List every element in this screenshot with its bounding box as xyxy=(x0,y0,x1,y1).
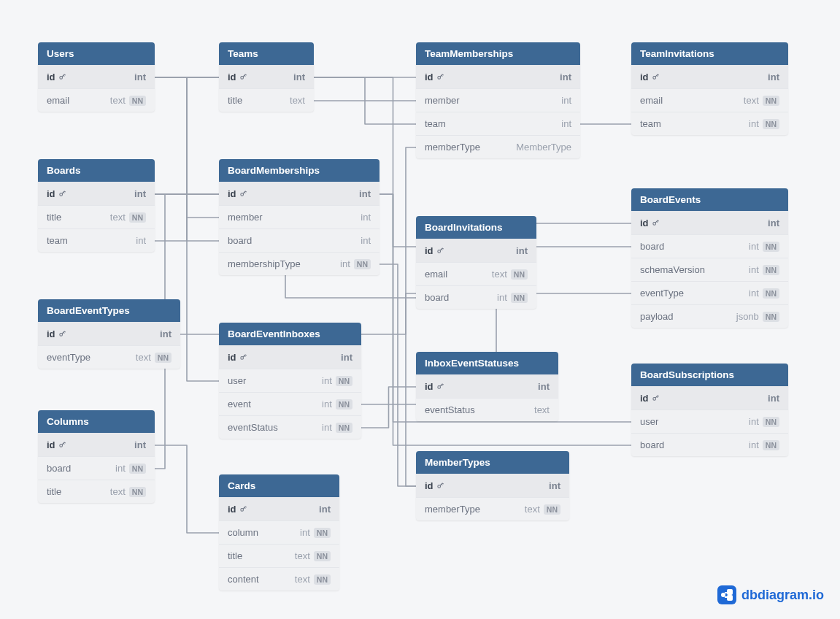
table-TeamMemberships[interactable]: TeamMembershipsid intmemberintteamintmem… xyxy=(416,42,580,158)
table-MemberTypes[interactable]: MemberTypesid intmemberTypetextNN xyxy=(416,451,569,520)
column-row[interactable]: id int xyxy=(219,497,339,520)
column-row[interactable]: userintNN xyxy=(219,369,361,392)
table-header[interactable]: TeamMemberships xyxy=(416,42,580,65)
column-type: intNN xyxy=(340,258,371,269)
table-header[interactable]: InboxEventStatuses xyxy=(416,352,558,374)
table-Columns[interactable]: Columnsid intboardintNNtitletextNN xyxy=(38,410,155,503)
column-row[interactable]: boardintNN xyxy=(631,433,788,456)
column-row[interactable]: payloadjsonbNN xyxy=(631,304,788,328)
column-row[interactable]: boardint xyxy=(219,228,379,252)
column-row[interactable]: id int xyxy=(416,65,580,88)
column-row[interactable]: eventTypetextNN xyxy=(38,345,180,369)
column-type: int xyxy=(561,118,571,129)
column-row[interactable]: id int xyxy=(416,239,536,262)
column-type: int xyxy=(361,235,371,246)
table-header[interactable]: Boards xyxy=(38,159,155,182)
column-row[interactable]: id int xyxy=(416,374,558,398)
table-header[interactable]: BoardMemberships xyxy=(219,159,379,182)
column-row[interactable]: id int xyxy=(219,345,361,369)
column-row[interactable]: teamintNN xyxy=(631,112,788,135)
column-row[interactable]: emailtextNN xyxy=(631,88,788,112)
column-row[interactable]: eventStatusintNN xyxy=(219,415,361,439)
column-row[interactable]: eventStatustext xyxy=(416,398,558,421)
table-BoardEventInboxes[interactable]: BoardEventInboxesid intuserintNNeventint… xyxy=(219,323,361,439)
table-BoardEventTypes[interactable]: BoardEventTypesid inteventTypetextNN xyxy=(38,299,180,369)
column-row[interactable]: emailtextNN xyxy=(416,262,536,285)
table-Users[interactable]: Usersid intemailtextNN xyxy=(38,42,155,112)
column-row[interactable]: eventintNN xyxy=(219,392,361,415)
column-type: intNN xyxy=(322,399,352,410)
table-BoardSubscriptions[interactable]: BoardSubscriptionsid intuserintNNboardin… xyxy=(631,364,788,456)
column-name: id xyxy=(228,352,247,363)
column-row[interactable]: teamint xyxy=(38,228,155,252)
column-row[interactable]: emailtextNN xyxy=(38,88,155,112)
table-Teams[interactable]: Teamsid inttitletext xyxy=(219,42,314,112)
column-row[interactable]: teamint xyxy=(416,112,580,135)
table-header[interactable]: Columns xyxy=(38,410,155,433)
column-row[interactable]: memberint xyxy=(219,205,379,228)
column-row[interactable]: membershipTypeintNN xyxy=(219,252,379,275)
svg-point-14 xyxy=(240,509,243,512)
table-header[interactable]: Cards xyxy=(219,474,339,497)
column-row[interactable]: schemaVersionintNN xyxy=(631,258,788,281)
table-BoardEvents[interactable]: BoardEventsid intboardintNNschemaVersion… xyxy=(631,188,788,328)
table-header[interactable]: BoardSubscriptions xyxy=(631,364,788,386)
column-name: member xyxy=(425,95,460,106)
column-row[interactable]: memberTypetextNN xyxy=(416,497,569,520)
column-row[interactable]: id int xyxy=(219,182,379,205)
column-name: schemaVersion xyxy=(640,264,705,275)
column-row[interactable]: titletextNN xyxy=(219,544,339,567)
column-name: board xyxy=(425,292,449,303)
column-row[interactable]: id int xyxy=(38,182,155,205)
column-name: board xyxy=(47,463,71,474)
column-row[interactable]: eventTypeintNN xyxy=(631,281,788,304)
svg-point-13 xyxy=(437,485,440,488)
column-type: intNN xyxy=(749,118,779,129)
not-null-badge: NN xyxy=(763,312,779,322)
table-header[interactable]: Teams xyxy=(219,42,314,65)
table-header[interactable]: Users xyxy=(38,42,155,65)
column-row[interactable]: id int xyxy=(631,386,788,410)
table-header[interactable]: BoardEvents xyxy=(631,188,788,211)
table-header[interactable]: TeamInvitations xyxy=(631,42,788,65)
column-type: text xyxy=(290,95,305,106)
column-row[interactable]: boardintNN xyxy=(631,234,788,258)
table-Cards[interactable]: Cardsid intcolumnintNNtitletextNNcontent… xyxy=(219,474,339,591)
not-null-badge: NN xyxy=(763,96,779,106)
column-type: intNN xyxy=(115,463,146,474)
brand-logo-icon xyxy=(717,585,736,604)
brand-logo[interactable]: dbdiagram.io xyxy=(717,585,824,604)
column-row[interactable]: id int xyxy=(38,322,180,345)
column-name: memberType xyxy=(425,504,480,515)
column-row[interactable]: memberTypeMemberType xyxy=(416,135,580,158)
column-name: id xyxy=(47,188,66,199)
column-type: int xyxy=(516,245,528,256)
table-Boards[interactable]: Boardsid inttitletextNNteamint xyxy=(38,159,155,252)
column-row[interactable]: id int xyxy=(219,65,314,88)
table-header[interactable]: BoardEventInboxes xyxy=(219,323,361,345)
column-row[interactable]: id int xyxy=(631,211,788,234)
table-InboxEventStatuses[interactable]: InboxEventStatusesid inteventStatustext xyxy=(416,352,558,421)
table-header[interactable]: MemberTypes xyxy=(416,451,569,474)
column-row[interactable]: boardintNN xyxy=(38,456,155,480)
table-header[interactable]: BoardEventTypes xyxy=(38,299,180,322)
column-row[interactable]: contenttextNN xyxy=(219,567,339,591)
column-name: board xyxy=(640,241,664,252)
column-row[interactable]: titletextNN xyxy=(38,205,155,228)
column-row[interactable]: id int xyxy=(38,65,155,88)
column-row[interactable]: memberint xyxy=(416,88,580,112)
column-row[interactable]: titletextNN xyxy=(38,480,155,503)
table-TeamInvitations[interactable]: TeamInvitationsid intemailtextNNteamintN… xyxy=(631,42,788,135)
column-row[interactable]: titletext xyxy=(219,88,314,112)
column-name: id xyxy=(228,188,247,199)
column-row[interactable]: id int xyxy=(38,433,155,456)
column-row[interactable]: boardintNN xyxy=(416,285,536,309)
column-name: id xyxy=(640,393,660,404)
table-header[interactable]: BoardInvitations xyxy=(416,216,536,239)
column-row[interactable]: columnintNN xyxy=(219,520,339,544)
column-row[interactable]: id int xyxy=(416,474,569,497)
column-row[interactable]: userintNN xyxy=(631,410,788,433)
table-BoardMemberships[interactable]: BoardMembershipsid intmemberintboardintm… xyxy=(219,159,379,275)
column-row[interactable]: id int xyxy=(631,65,788,88)
table-BoardInvitations[interactable]: BoardInvitationsid intemailtextNNboardin… xyxy=(416,216,536,309)
